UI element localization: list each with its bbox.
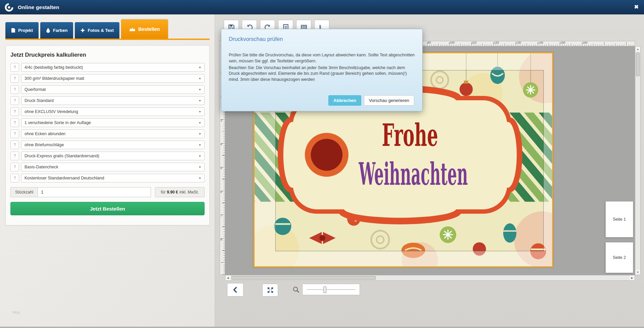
price-value: 9.90 € — [167, 190, 178, 195]
ruler-tick-label: 140 — [538, 41, 560, 44]
price-prefix: für — [161, 190, 165, 195]
chevron-down-icon: ▼ — [199, 88, 201, 91]
help-button[interactable]: ? — [10, 107, 19, 116]
ruler-tick-label: 4 — [220, 143, 225, 166]
help-button[interactable]: ? — [10, 85, 19, 94]
tab-underline — [5, 39, 210, 40]
option-select[interactable]: ohne EXCLUSIV Veredelung ▼ — [21, 107, 205, 116]
select-value: 4/4c (beidseitig farbig bedruckt) — [24, 65, 83, 70]
tab-projekt[interactable]: Projekt — [5, 22, 39, 39]
price-suffix: inkl. MwSt. — [179, 190, 199, 195]
page-thumbnail-label: Seite 2 — [613, 255, 626, 260]
help-button[interactable]: ? — [10, 63, 19, 72]
page-thumbnail-1[interactable]: Seite 1 — [605, 201, 633, 237]
select-value: ohne Briefumschläge — [24, 143, 64, 147]
select-value: ohne EXCLUSIV Veredelung — [24, 109, 78, 114]
ruler-tick-label: 120 — [493, 41, 516, 44]
help-button[interactable]: ? — [10, 96, 19, 105]
tab-bestellen[interactable]: Bestellen — [121, 19, 168, 39]
chevron-down-icon: ▼ — [199, 144, 201, 147]
chevron-down-icon: ▼ — [199, 166, 201, 169]
help-button[interactable]: ? — [10, 152, 19, 160]
paint-drop-icon — [46, 28, 50, 33]
dialog-paragraph: Prüfen Sie bitte die Druckvorschau, da d… — [229, 52, 417, 64]
help-button[interactable]: ? — [10, 163, 19, 171]
vertical-scroll-thumb[interactable] — [636, 53, 640, 76]
select-value: ohne Ecken abrunden — [24, 131, 65, 136]
expand-icon — [267, 287, 274, 293]
document-icon — [11, 28, 15, 33]
generate-preview-button[interactable]: Vorschau generieren — [364, 95, 414, 106]
tab-fotos-text[interactable]: Fotos & Text — [75, 22, 119, 39]
option-row: ? 1 verschiedene Sorte in der Auflage ▼ — [10, 118, 205, 127]
option-row: ? ohne Briefumschläge ▼ — [10, 141, 205, 149]
select-value: Kostenloser Standardversand Deutschland — [24, 176, 104, 180]
ruler-tick-label: 100 — [449, 41, 471, 44]
help-button[interactable]: ? — [10, 174, 19, 182]
horizontal-scroll-thumb[interactable] — [231, 276, 376, 280]
title-bar: Online gestalten ✖ — [0, 0, 644, 14]
page-thumbnail-2[interactable]: Seite 2 — [605, 242, 633, 273]
ruler-tick-label: 6 — [220, 190, 225, 214]
close-icon[interactable]: ✖ — [634, 4, 639, 10]
option-select[interactable]: Querformat ▼ — [21, 85, 205, 94]
tab-label: Fotos & Text — [88, 28, 114, 33]
window-bottom-edge — [0, 327, 644, 328]
card-text-line1[interactable]: Frohe — [382, 117, 438, 153]
chevron-down-icon: ▼ — [199, 110, 201, 113]
scroll-left-icon[interactable]: ◀ — [225, 275, 230, 280]
option-select[interactable]: 4/4c (beidseitig farbig bedruckt) ▼ — [21, 63, 205, 72]
option-select[interactable]: ohne Briefumschläge ▼ — [21, 141, 205, 149]
option-row: ? 300 g/m² Bilderdruckpapier matt ▼ — [10, 74, 205, 83]
option-select[interactable]: Druck Standard ▼ — [21, 96, 205, 105]
help-button[interactable]: ? — [10, 74, 19, 83]
select-value: 1 verschiedene Sorte in der Auflage — [24, 120, 91, 125]
crown-icon — [129, 27, 136, 32]
ruler-tick-label: 160 — [582, 41, 604, 44]
help-button[interactable]: ? — [10, 141, 19, 149]
chevron-down-icon: ▼ — [199, 99, 201, 102]
option-select[interactable]: 300 g/m² Bilderdruckpapier matt ▼ — [21, 74, 205, 83]
vertical-scrollbar[interactable]: ▲ ▼ — [635, 46, 641, 275]
select-value: Querformat — [24, 87, 46, 92]
option-row: ? 4/4c (beidseitig farbig bedruckt) ▼ — [10, 63, 205, 72]
option-select[interactable]: Druck-Express gratis (Standardversand) ▼ — [21, 152, 205, 160]
fit-to-screen-button[interactable] — [262, 284, 278, 296]
tab-label: Farben — [53, 28, 67, 33]
order-button[interactable]: Jetzt Bestellen — [10, 202, 205, 215]
card-text-line2[interactable]: Weihnachten — [359, 156, 468, 192]
scroll-up-icon[interactable]: ▲ — [635, 47, 640, 52]
quantity-input[interactable] — [38, 187, 151, 197]
chevron-down-icon: ▼ — [199, 77, 201, 80]
help-button[interactable]: ? — [10, 118, 19, 127]
option-select[interactable]: 1 verschiedene Sorte in der Auflage ▼ — [21, 118, 205, 127]
ruler-tick-label: 130 — [516, 41, 538, 44]
select-value: Druck-Express gratis (Standardversand) — [24, 154, 99, 158]
quantity-label: Stückzahl — [10, 187, 38, 197]
scroll-down-icon[interactable]: ▼ — [635, 270, 640, 275]
chevron-down-icon: ▼ — [199, 66, 201, 69]
help-button[interactable]: ? — [10, 129, 19, 138]
back-button[interactable] — [227, 283, 244, 296]
zoom-slider-handle[interactable] — [323, 286, 326, 293]
ruler-tick-label: 7 — [220, 214, 225, 238]
horizontal-scrollbar[interactable]: ◀ ▶ — [225, 275, 635, 281]
option-select[interactable]: Basis-Datencheck ▼ — [21, 163, 205, 171]
tab-bar: Projekt Farben Fotos & Text Bestellen — [5, 22, 168, 39]
option-select[interactable]: Kostenloser Standardversand Deutschland … — [21, 174, 205, 182]
chevron-down-icon: ▼ — [199, 132, 201, 135]
zoom-slider-track — [307, 289, 356, 290]
scroll-right-icon[interactable]: ▶ — [630, 275, 635, 280]
ornament-center — [311, 139, 343, 171]
chevron-down-icon: ▼ — [199, 177, 201, 180]
option-select[interactable]: ohne Ecken abrunden ▼ — [21, 129, 205, 138]
option-list: ? 4/4c (beidseitig farbig bedruckt) ▼ ? … — [10, 63, 205, 182]
select-value: Basis-Datencheck — [24, 165, 58, 169]
dialog-body: Prüfen Sie bitte die Druckvorschau, da d… — [229, 52, 417, 83]
quantity-row: Stückzahl für 9.90 € inkl. MwSt. — [10, 187, 205, 197]
zoom-slider[interactable] — [302, 284, 360, 295]
cancel-button[interactable]: Abbrechen — [328, 95, 361, 106]
option-row: ? Druck Standard ▼ — [10, 96, 205, 105]
tab-farben[interactable]: Farben — [40, 22, 73, 39]
dialog-actions: Abbrechen Vorschau generieren — [328, 95, 414, 106]
